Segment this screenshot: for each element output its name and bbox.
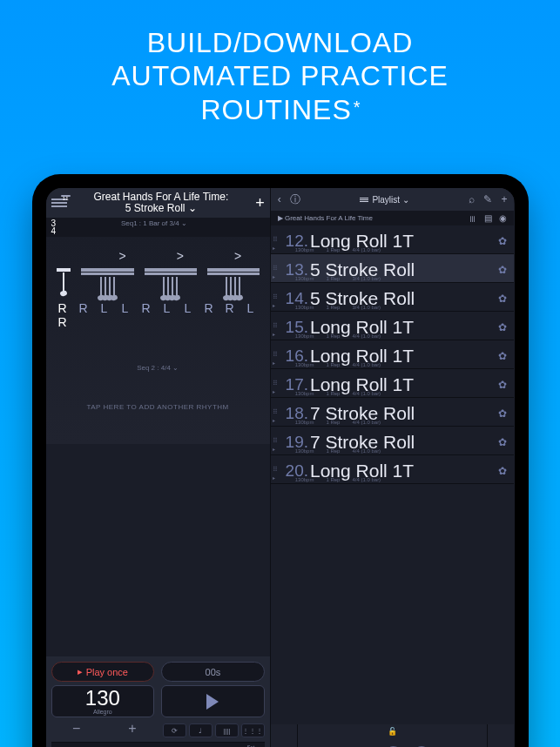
drag-handle[interactable]: ⠿ — [273, 408, 276, 416]
playlist-dropdown[interactable]: Playlist ⌄ — [309, 195, 461, 205]
beam-groups — [53, 268, 263, 296]
promo-line-2: AUTOMATED PRACTICE — [26, 59, 534, 92]
menu-badge: 11 — [61, 195, 71, 197]
row-meta: 130bpm1 Rep4/4 (1.0 bar) — [295, 362, 381, 367]
add-button[interactable]: + — [501, 193, 507, 205]
promo-line-3: ROUTINES* — [26, 93, 534, 126]
seq1-label[interactable]: Seq1 : 1 Bar of 3/4 ⌄ — [121, 219, 187, 235]
note-toggle[interactable]: ♩ — [189, 723, 213, 737]
transport-controls: ▸ Play once 00s 130 Allegro − + ⟳ ♩ — [46, 656, 270, 747]
note-group — [57, 268, 71, 296]
note-group — [207, 268, 260, 296]
gear-icon[interactable]: ✿ — [498, 350, 507, 362]
tempo-plus-button[interactable]: + — [107, 721, 158, 740]
gear-icon[interactable]: ✿ — [498, 465, 507, 477]
play-button[interactable] — [161, 685, 265, 717]
playlist-row[interactable]: ⠿▸20. Long Roll 1T✿130bpm1 Rep4/4 (1.0 b… — [271, 455, 515, 484]
expand-icon[interactable]: ▸ — [273, 388, 275, 394]
row-meta: 130bpm1 Rep4/4 (1.0 bar) — [295, 333, 381, 339]
gear-icon[interactable]: ✿ — [498, 436, 507, 448]
playlist-row[interactable]: ⠿▸18. 7 Stroke Roll✿130bpm1 Rep4/4 (1.0 … — [271, 398, 515, 427]
big-tempo-plus[interactable]: + — [488, 724, 514, 747]
app-screen: 11 Great Hands For A Life Time: 5 Stroke… — [46, 188, 515, 747]
stats-icon[interactable]: ⫼ — [469, 213, 477, 223]
playlist-row[interactable]: ⠿▸13. 5 Stroke Roll✿130bpm1 Rep3/4 (1.0 … — [271, 254, 515, 283]
add-rhythm-button[interactable]: TAP HERE TO ADD ANOTHER RHYTHM — [53, 377, 263, 437]
row-meta: 130bpm1 Rep4/4 (1.0 bar) — [295, 247, 381, 252]
tablet-frame: 11 Great Hands For A Life Time: 5 Stroke… — [32, 174, 529, 747]
editor-header: 11 Great Hands For A Life Time: 5 Stroke… — [46, 188, 270, 218]
playlist-row[interactable]: ⠿▸14. 5 Stroke Roll✿130bpm1 Rep3/4 (1.0 … — [271, 283, 515, 312]
seq2-label[interactable]: Seq 2 : 4/4 ⌄ — [53, 364, 263, 372]
menu-button[interactable]: 11 — [51, 199, 67, 207]
editor-spacer — [46, 444, 270, 656]
view-icon[interactable]: ◉ — [499, 213, 507, 223]
playlist-row[interactable]: ⠿▸16. Long Roll 1T✿130bpm1 Rep4/4 (1.0 b… — [271, 340, 515, 369]
gear-icon[interactable]: ✿ — [498, 293, 507, 305]
subdivision-toggle[interactable]: |||| — [215, 723, 239, 737]
promo-line-1: BUILD/DOWNLOAD — [26, 26, 534, 59]
gear-icon[interactable]: ✿ — [498, 264, 507, 276]
back-button[interactable]: ‹ — [278, 193, 281, 205]
promo-heading: BUILD/DOWNLOAD AUTOMATED PRACTICE ROUTIN… — [0, 0, 560, 137]
note-group — [81, 268, 133, 296]
play-icon — [206, 694, 219, 710]
breadcrumb-play-icon[interactable]: ▶ Great Hands For A Life Time — [278, 214, 373, 222]
time-signature: 3 4 — [51, 219, 57, 235]
notation-area[interactable]: > > > — [46, 237, 270, 444]
row-meta: 130bpm1 Rep3/4 (1.0 bar) — [295, 305, 381, 310]
drag-handle[interactable]: ⠿ — [273, 293, 276, 301]
accents-row: > > > — [53, 249, 263, 263]
playlist-row[interactable]: ⠿▸15. Long Roll 1T✿130bpm1 Rep4/4 (1.0 b… — [271, 312, 515, 340]
expand-icon[interactable]: ▸ — [273, 331, 275, 337]
row-meta: 130bpm1 Rep4/4 (1.0 bar) — [295, 391, 381, 396]
expand-icon[interactable]: ▸ — [273, 273, 275, 279]
expand-icon[interactable]: ▸ — [273, 360, 275, 366]
gear-icon[interactable]: ✿ — [498, 235, 507, 247]
title-dropdown[interactable]: Great Hands For A Life Time: 5 Stroke Ro… — [72, 192, 251, 214]
playlist-list[interactable]: ⠿▸12. Long Roll 1T✿130bpm1 Rep4/4 (1.0 b… — [271, 225, 515, 724]
asterisk: * — [354, 98, 361, 117]
tempo-minus-button[interactable]: − — [51, 721, 102, 740]
expand-icon[interactable]: ▸ — [273, 446, 275, 452]
lock-icon[interactable]: 🔓 — [388, 727, 397, 736]
drag-handle[interactable]: ⠿ — [273, 351, 276, 359]
big-tempo-value-box[interactable]: 🔓 130 — [297, 724, 489, 747]
loop-toggle[interactable]: ⟳ — [163, 723, 186, 737]
playlist-toolbar: ‹ ⓘ Playlist ⌄ ⌕ ✎ + — [271, 188, 515, 211]
expand-icon[interactable]: ▸ — [273, 245, 275, 251]
drag-handle[interactable]: ⠿ — [273, 265, 276, 273]
drag-handle[interactable]: ⠿ — [273, 380, 276, 387]
seq1-info-bar: 3 4 Seq1 : 1 Bar of 3/4 ⌄ — [46, 218, 270, 237]
search-button[interactable]: ⌕ — [469, 193, 475, 205]
tempo-display[interactable]: 130 Allegro — [51, 685, 155, 717]
gear-icon[interactable]: ✿ — [498, 407, 507, 420]
mixer-header: Master ⚡Off Metronome: Set Sounds — [51, 742, 265, 747]
big-tempo-minus[interactable]: - — [271, 724, 297, 747]
drag-handle[interactable]: ⠿ — [273, 236, 276, 244]
duration-display[interactable]: 00s — [161, 662, 265, 682]
expand-icon[interactable]: ▸ — [273, 417, 275, 423]
gear-icon[interactable]: ✿ — [498, 321, 507, 333]
mixer-toggle[interactable]: ⋮⋮⋮ — [241, 723, 265, 737]
row-meta: 130bpm1 Rep3/4 (1.0 bar) — [295, 276, 381, 281]
playlist-pane: ‹ ⓘ Playlist ⌄ ⌕ ✎ + ▶ Great Hands For A… — [271, 188, 515, 747]
expand-icon[interactable]: ▸ — [273, 474, 275, 481]
playlist-row[interactable]: ⠿▸12. Long Roll 1T✿130bpm1 Rep4/4 (1.0 b… — [271, 225, 515, 254]
gear-icon[interactable]: ✿ — [498, 379, 507, 391]
expand-icon[interactable]: ▸ — [273, 302, 275, 308]
edit-button[interactable]: ✎ — [483, 193, 492, 205]
row-meta: 130bpm1 Rep4/4 (1.0 bar) — [295, 448, 381, 454]
big-tempo-control: - 🔓 130 + — [271, 724, 515, 747]
drag-handle[interactable]: ⠿ — [273, 466, 276, 474]
row-meta: 130bpm1 Rep4/4 (1.0 bar) — [295, 477, 381, 482]
playlist-row[interactable]: ⠿▸17. Long Roll 1T✿130bpm1 Rep4/4 (1.0 b… — [271, 369, 515, 398]
notes-icon[interactable]: ▤ — [484, 213, 492, 223]
stickings-row-2: R — [53, 315, 263, 329]
add-sequence-button[interactable]: + — [255, 194, 265, 212]
drag-handle[interactable]: ⠿ — [273, 437, 276, 445]
info-button[interactable]: ⓘ — [290, 192, 300, 207]
play-mode-button[interactable]: ▸ Play once — [51, 662, 155, 682]
playlist-row[interactable]: ⠿▸19. 7 Stroke Roll✿130bpm1 Rep4/4 (1.0 … — [271, 427, 515, 455]
drag-handle[interactable]: ⠿ — [273, 322, 276, 330]
